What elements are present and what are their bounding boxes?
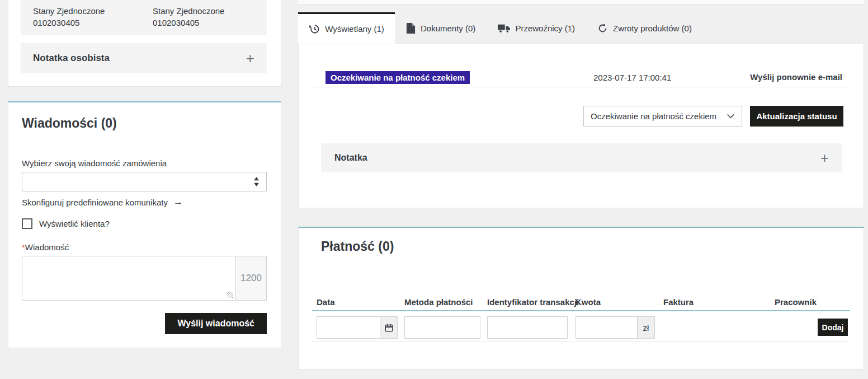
plus-icon[interactable]: + — [246, 51, 254, 65]
return-icon — [597, 23, 608, 34]
note-title: Notatka — [334, 153, 367, 163]
calendar-icon[interactable] — [380, 316, 398, 339]
history-icon — [309, 24, 320, 35]
truck-icon — [498, 24, 510, 33]
payments-title: Płatność (0) — [321, 239, 394, 254]
arrow-right-icon: → — [173, 196, 183, 208]
status-timestamp: 2023-07-17 17:00:41 — [593, 73, 671, 82]
message-label-text: Wiadomość — [25, 242, 69, 252]
shipping-address: Stany Zjednoczone 0102030405 — [21, 0, 153, 35]
tab-documents[interactable]: Dokumenty (0) — [395, 12, 487, 44]
tab-label: Zwroty produktów (0) — [613, 24, 692, 33]
message-textarea[interactable] — [22, 256, 236, 301]
column-header-employee: Pracownik — [775, 297, 817, 307]
address-country: Stany Zjednoczone — [33, 5, 153, 17]
address-country: Stany Zjednoczone — [153, 5, 224, 17]
address-phone: 0102030405 — [153, 17, 224, 29]
address-phone: 0102030405 — [33, 17, 153, 29]
column-header-invoice: Faktura — [663, 297, 694, 307]
transaction-id-input[interactable] — [487, 316, 568, 339]
tab-product-returns[interactable]: Zwroty produktów (0) — [586, 12, 703, 44]
updown-icon — [253, 177, 260, 186]
column-header-transaction-id: Identyfikator transakcji — [487, 297, 579, 307]
status-history-panel: Oczekiwanie na płatność czekiem 2023-07-… — [298, 44, 864, 208]
personal-note-title: Notatka osobista — [33, 53, 110, 64]
plus-icon[interactable]: + — [820, 151, 829, 165]
tab-carriers[interactable]: Przewoźnicy (1) — [487, 12, 586, 44]
note-toggle[interactable]: Notatka + — [321, 143, 842, 172]
order-message-select[interactable] — [22, 172, 267, 191]
document-icon — [406, 23, 416, 34]
add-payment-row: zł Dodaj — [299, 316, 864, 339]
column-header-payment-method: Metoda płatności — [404, 297, 473, 307]
tab-label: Dokumenty (0) — [421, 24, 475, 33]
tab-label: Przewoźnicy (1) — [515, 24, 575, 33]
address-summary-block: Stany Zjednoczone 0102030405 Stany Zjedn… — [21, 0, 267, 35]
column-header-date: Data — [317, 297, 335, 307]
order-status-badge: Oczekiwanie na płatność czekiem — [326, 71, 470, 84]
configure-messages-label: Skonfiguruj predefiniowane komunikaty — [22, 198, 168, 207]
payment-method-input[interactable] — [404, 316, 480, 339]
resend-email-link[interactable]: Wyślij ponownie e-mail — [750, 72, 842, 82]
display-to-customer-checkbox[interactable] — [22, 218, 32, 229]
tab-label: Wyświetlany (1) — [325, 24, 384, 34]
order-tabs: Wyświetlany (1) Dokumenty (0) Przewoźnic… — [298, 12, 703, 44]
display-to-customer-label: Wyświetlić klienta? — [39, 219, 110, 228]
amount-input[interactable] — [575, 316, 637, 339]
addresses-card: Stany Zjednoczone 0102030405 Stany Zjedn… — [8, 0, 281, 87]
message-input-group: 1200 — [22, 256, 267, 301]
messages-card: Wiadomości (0) Wybierz swoją wiadomość z… — [8, 101, 281, 348]
payment-amount-group: zł — [575, 316, 655, 339]
invoice-address: Stany Zjednoczone 0102030405 — [153, 0, 224, 35]
char-counter: 1200 — [236, 256, 267, 301]
status-select[interactable]: Oczekiwanie na płatność czekiem — [583, 106, 742, 127]
currency-suffix: zł — [637, 316, 655, 339]
personal-note-toggle[interactable]: Notatka osobista + — [21, 43, 267, 73]
payment-date-group — [317, 316, 398, 339]
column-header-amount: Kwota — [575, 297, 601, 307]
update-status-button[interactable]: Aktualizacja statusu — [750, 106, 843, 127]
add-payment-button[interactable]: Dodaj — [818, 319, 848, 336]
status-select-value: Oczekiwanie na płatność czekiem — [591, 111, 716, 121]
message-label: *Wiadomość — [22, 242, 69, 252]
table-header-underline — [312, 310, 850, 311]
tab-status-history[interactable]: Wyświetlany (1) — [298, 12, 395, 44]
chevron-down-icon — [727, 114, 735, 119]
messages-title: Wiadomości (0) — [22, 116, 117, 131]
previous-card-edge — [298, 0, 864, 4]
payment-row-divider — [312, 341, 850, 342]
payment-date-input[interactable] — [317, 316, 380, 339]
display-to-customer-row: Wyświetlić klienta? — [22, 218, 110, 229]
status-row-divider — [312, 87, 850, 87]
order-detail-page: Stany Zjednoczone 0102030405 Stany Zjedn… — [0, 0, 868, 379]
order-message-select-label: Wybierz swoją wiadomość zamówienia — [22, 158, 167, 168]
configure-messages-link[interactable]: Skonfiguruj predefiniowane komunikaty → — [22, 196, 183, 208]
payments-card: Płatność (0) Data Metoda płatności Ident… — [298, 227, 864, 369]
send-message-button[interactable]: Wyślij wiadomość — [165, 313, 267, 334]
